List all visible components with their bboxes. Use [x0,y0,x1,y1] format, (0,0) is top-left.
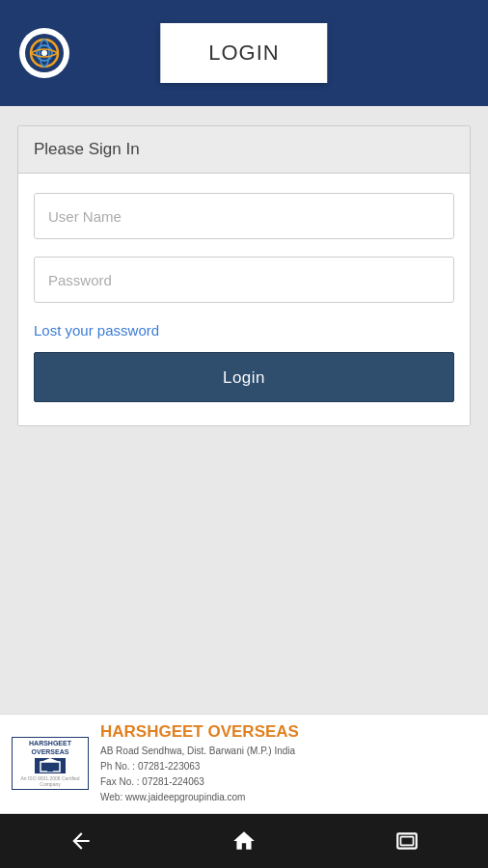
home-button[interactable] [220,817,268,865]
svg-point-4 [41,50,47,56]
username-input[interactable] [34,193,454,239]
form-card: Please Sign In Lost your password Login [17,125,471,426]
login-title: LOGIN [208,41,279,65]
login-button[interactable]: Login [34,352,454,402]
navigation-bar [0,814,488,868]
company-name-part2: OVERSEAS [207,722,298,741]
company-name-part1: HARSHGEET [100,722,207,741]
form-title: Please Sign In [34,140,140,158]
banner-web: Web: www.jaideepgroupindia.com [100,790,476,805]
banner-fax: Fax No. : 07281-224063 [100,774,476,790]
svg-rect-7 [47,765,53,772]
banner-logo-text-top: HARSHGEETOVERSEAS [29,740,71,756]
banner-logo: HARSHGEETOVERSEAS An ISO 9001:2008 Certi… [12,737,89,790]
logo [19,28,69,78]
password-input[interactable] [34,257,454,303]
svg-rect-9 [400,837,413,846]
svg-marker-6 [41,758,60,762]
banner-company-name: HARSHGEET OVERSEAS [100,722,476,742]
main-content: Please Sign In Lost your password Login [0,106,488,446]
form-header: Please Sign In [18,126,470,174]
lost-password-link[interactable]: Lost your password [34,322,454,339]
banner-logo-text-bottom: An ISO 9001:2008 Certified Company [15,775,85,787]
company-banner: HARSHGEETOVERSEAS An ISO 9001:2008 Certi… [0,714,488,814]
back-button[interactable] [57,817,105,865]
recent-apps-button[interactable] [383,817,431,865]
banner-logo-icon [35,758,66,773]
banner-phone: Ph No. : 07281-223063 [100,759,476,774]
banner-address: AB Road Sendhwa, Dist. Barwani (M.P.) In… [100,744,476,759]
form-body: Lost your password Login [18,174,470,425]
header: LOGIN [0,0,488,106]
banner-text: HARSHGEET OVERSEAS AB Road Sendhwa, Dist… [100,722,476,805]
login-title-box: LOGIN [160,23,327,83]
banner-details: AB Road Sendhwa, Dist. Barwani (M.P.) In… [100,744,476,805]
